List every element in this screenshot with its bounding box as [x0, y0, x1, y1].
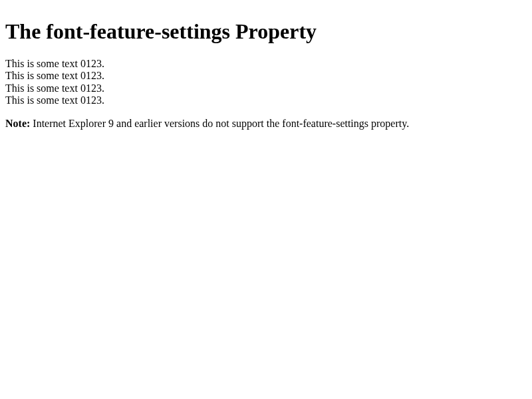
sample-text-line: This is some text 0123. [5, 58, 527, 70]
note-label: Note: [5, 118, 30, 129]
note-paragraph: Note: Internet Explorer 9 and earlier ve… [5, 118, 527, 130]
sample-text-line: This is some text 0123. [5, 94, 527, 106]
note-text: Internet Explorer 9 and earlier versions… [30, 118, 409, 129]
sample-text-line: This is some text 0123. [5, 70, 527, 82]
sample-text-line: This is some text 0123. [5, 82, 527, 94]
page-title: The font-feature-settings Property [5, 19, 527, 44]
